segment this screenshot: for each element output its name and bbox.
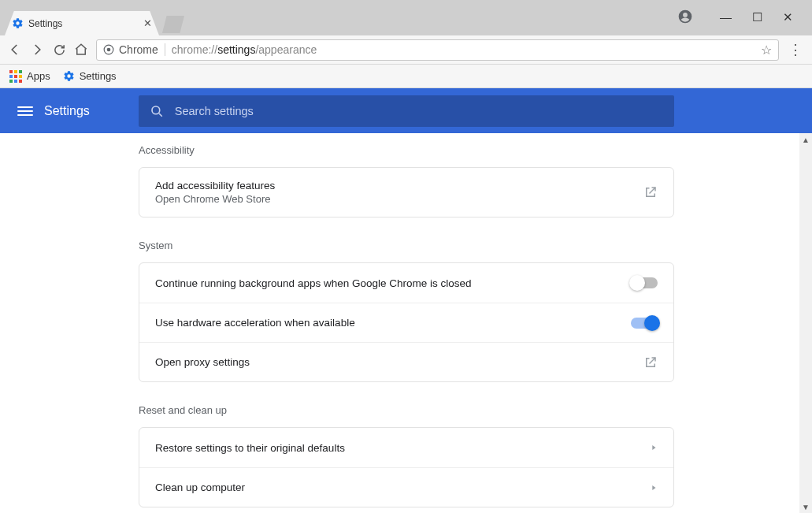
reload-icon[interactable]	[52, 43, 66, 57]
chrome-chip-label: Chrome	[119, 43, 158, 56]
gear-icon	[63, 70, 75, 82]
row-title: Clean up computer	[155, 481, 245, 493]
menu-icon[interactable]: ⋮	[787, 41, 804, 58]
search-settings[interactable]	[139, 95, 674, 127]
toggle-background-apps[interactable]	[631, 277, 658, 288]
row-add-accessibility[interactable]: Add accessibility features Open Chrome W…	[139, 168, 673, 217]
row-background-apps[interactable]: Continue running background apps when Go…	[139, 263, 673, 303]
row-proxy-settings[interactable]: Open proxy settings	[139, 342, 673, 381]
settings-header: Settings	[0, 88, 812, 133]
browser-tab-settings[interactable]: Settings ✕	[5, 11, 159, 35]
scroll-down-icon[interactable]: ▼	[799, 500, 812, 513]
hamburger-icon[interactable]	[17, 106, 33, 116]
url-text: chrome://settings/appearance	[172, 43, 317, 56]
bookmark-apps-label: Apps	[27, 70, 50, 82]
bookmark-settings-label: Settings	[80, 70, 117, 82]
reset-card: Restore settings to their original defau…	[139, 427, 674, 507]
window-titlebar: Settings ✕ — ☐ ✕	[0, 0, 812, 35]
row-title: Add accessibility features	[155, 180, 275, 191]
scroll-up-icon[interactable]: ▲	[799, 133, 812, 146]
row-title: Continue running background apps when Go…	[155, 277, 472, 289]
forward-icon[interactable]	[30, 43, 44, 57]
tab-strip: Settings ✕	[0, 0, 669, 35]
back-icon[interactable]	[8, 43, 22, 57]
row-clean-up[interactable]: Clean up computer	[139, 467, 673, 507]
close-icon[interactable]: ✕	[142, 18, 153, 29]
page-title: Settings	[44, 104, 90, 118]
minimize-icon[interactable]: —	[720, 11, 732, 23]
row-title: Restore settings to their original defau…	[155, 442, 345, 454]
external-link-icon	[643, 355, 658, 370]
row-title: Open proxy settings	[155, 356, 250, 368]
section-reset-label: Reset and clean up	[139, 404, 674, 416]
chevron-right-icon	[650, 444, 658, 452]
external-link-icon	[643, 185, 658, 199]
new-tab-button[interactable]	[162, 16, 184, 33]
star-icon[interactable]: ☆	[761, 43, 772, 58]
account-icon[interactable]	[677, 9, 693, 24]
window-controls: — ☐ ✕	[669, 9, 812, 35]
search-input[interactable]	[175, 105, 663, 117]
system-card: Continue running background apps when Go…	[139, 262, 674, 382]
address-bar[interactable]: Chrome chrome://settings/appearance ☆	[96, 39, 779, 61]
gear-icon	[11, 17, 24, 30]
svg-point-2	[152, 106, 160, 114]
home-icon[interactable]	[74, 43, 88, 57]
browser-toolbar: Chrome chrome://settings/appearance ☆ ⋮	[0, 35, 812, 65]
svg-point-1	[107, 48, 111, 52]
bookmark-apps[interactable]: Apps	[9, 70, 50, 83]
section-system-label: System	[139, 240, 674, 251]
vertical-scrollbar[interactable]: ▲ ▼	[799, 133, 812, 513]
bookmarks-bar: Apps Settings	[0, 65, 812, 88]
tab-title: Settings	[28, 18, 137, 29]
section-accessibility-label: Accessibility	[139, 144, 674, 156]
bookmark-settings[interactable]: Settings	[63, 70, 117, 82]
row-subtitle: Open Chrome Web Store	[155, 193, 275, 205]
row-title: Use hardware acceleration when available	[155, 317, 355, 329]
row-hardware-accel[interactable]: Use hardware acceleration when available	[139, 303, 673, 342]
settings-content: Accessibility Add accessibility features…	[0, 133, 799, 513]
accessibility-card: Add accessibility features Open Chrome W…	[139, 167, 674, 217]
maximize-icon[interactable]: ☐	[752, 11, 762, 23]
search-icon	[150, 104, 164, 118]
row-restore-defaults[interactable]: Restore settings to their original defau…	[139, 428, 673, 467]
apps-icon	[9, 70, 22, 83]
chevron-right-icon	[650, 484, 658, 492]
chrome-chip: Chrome	[103, 43, 165, 56]
toggle-hardware-accel[interactable]	[631, 318, 658, 329]
close-window-icon[interactable]: ✕	[783, 11, 793, 23]
